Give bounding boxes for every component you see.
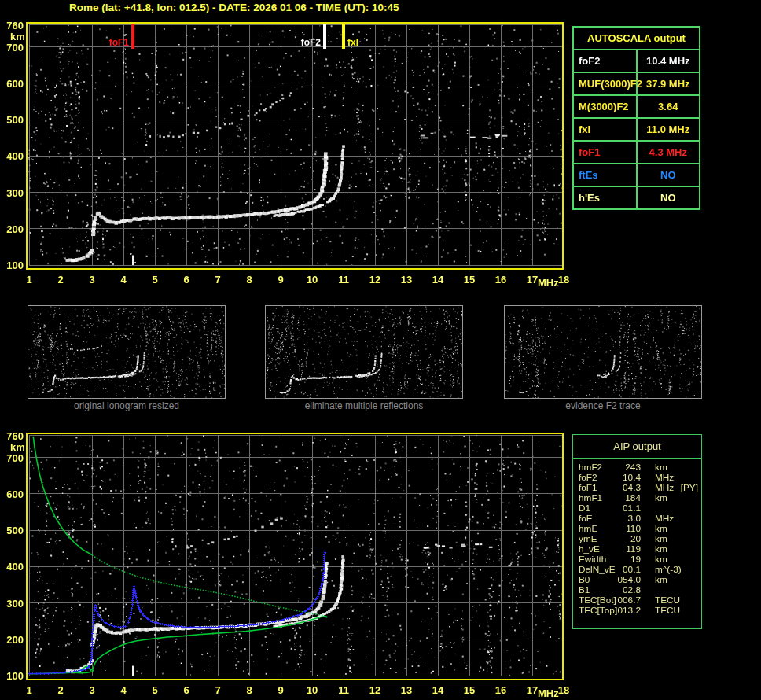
autoscala-row: ftEsNO [573,164,700,186]
autoscala-row: h'EsNO [573,186,700,209]
aip-value: 013.2 [614,606,641,616]
station-date-title: Rome (lat: +41.8, lon: 012.5) - DATE: 20… [69,2,399,13]
thumbnail-caption-evidence: evidence F2 trace [504,400,702,411]
autoscala-param: h'Es [573,186,637,209]
aip-unit: km [655,575,667,585]
top-ionogram-canvas [0,14,574,289]
bottom-ionogram-canvas [0,425,574,700]
autoscala-value: 37.9 MHz [637,72,700,95]
thumbnail-original-ionogram [28,305,226,399]
thumbnail-evidence-canvas [505,306,701,398]
autoscala-param: ftEs [573,164,637,186]
aip-param: TEC[Top] [579,606,617,616]
autoscala-output-table: AUTOSCALA output foF210.4 MHzMUF(3000)F2… [572,26,700,210]
thumbnail-evidence-f2 [504,305,702,399]
autoscala-row: foF210.4 MHz [573,50,700,72]
autoscala-table-header: AUTOSCALA output [573,27,700,50]
autoscala-value: NO [637,186,700,209]
thumbnail-caption-original: original ionogram resized [28,400,226,411]
thumbnail-original-canvas [28,306,225,398]
autoscala-value: 4.3 MHz [637,141,700,164]
autoscala-row: fxI11.0 MHz [573,118,700,141]
autoscala-param: foF2 [573,50,637,72]
autoscala-param: fxI [573,118,637,141]
thumbnail-eliminate-canvas [266,306,462,398]
autoscala-value: NO [637,164,700,186]
autoscala-value: 3.64 [637,95,700,118]
autoscala-row: MUF(3000)F237.9 MHz [573,72,700,95]
autoscala-param: foF1 [573,141,637,164]
aip-output-table: AIP output hmF2243kmfoF210.4MHzfoF104.3M… [572,434,702,629]
aip-table-header: AIP output [573,435,701,459]
autoscala-row: M(3000)F23.64 [573,95,700,118]
aip-note: [PY] [681,483,698,493]
aip-unit: TECU [655,606,680,616]
autoscala-value: 11.0 MHz [637,118,700,141]
autoscala-row: foF14.3 MHz [573,141,700,164]
thumbnail-eliminate-reflections [265,305,463,399]
aip-unit: km [655,493,667,503]
aip-row: TEC[Top]013.2TECU [573,606,701,616]
autoscala-value: 10.4 MHz [637,50,700,72]
autoscala-window: Rome (lat: +41.8, lon: 012.5) - DATE: 20… [0,0,761,700]
autoscala-param: MUF(3000)F2 [573,72,637,95]
autoscala-param: M(3000)F2 [573,95,637,118]
thumbnail-caption-eliminate: eliminate multiple reflections [265,400,463,411]
